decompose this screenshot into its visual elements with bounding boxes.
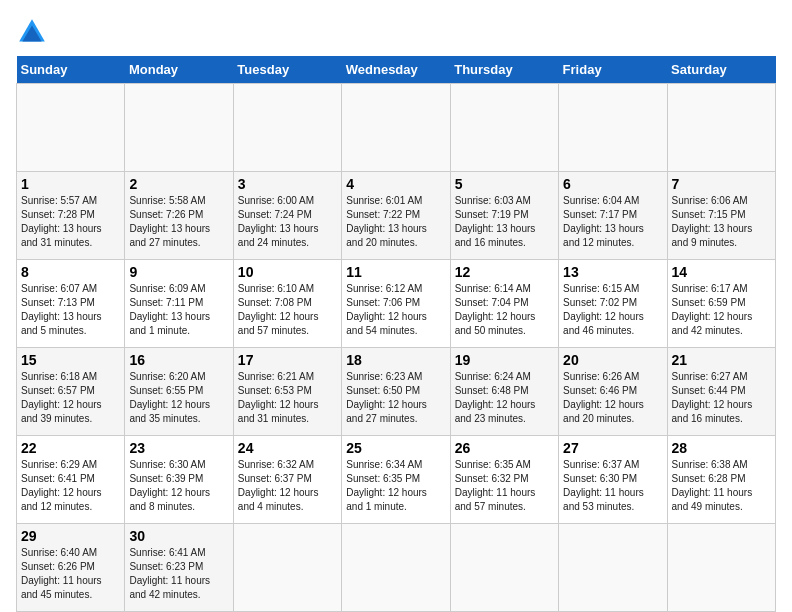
day-number: 22 <box>21 440 120 456</box>
day-number: 7 <box>672 176 771 192</box>
day-number: 3 <box>238 176 337 192</box>
calendar-cell: 9Sunrise: 6:09 AM Sunset: 7:11 PM Daylig… <box>125 260 233 348</box>
day-info: Sunrise: 5:57 AM Sunset: 7:28 PM Dayligh… <box>21 194 120 250</box>
calendar-cell: 22Sunrise: 6:29 AM Sunset: 6:41 PM Dayli… <box>17 436 125 524</box>
day-number: 13 <box>563 264 662 280</box>
day-of-week-header: Friday <box>559 56 667 84</box>
calendar-cell: 14Sunrise: 6:17 AM Sunset: 6:59 PM Dayli… <box>667 260 775 348</box>
day-info: Sunrise: 6:18 AM Sunset: 6:57 PM Dayligh… <box>21 370 120 426</box>
calendar-cell: 26Sunrise: 6:35 AM Sunset: 6:32 PM Dayli… <box>450 436 558 524</box>
calendar-cell <box>17 84 125 172</box>
calendar-cell: 2Sunrise: 5:58 AM Sunset: 7:26 PM Daylig… <box>125 172 233 260</box>
day-number: 11 <box>346 264 445 280</box>
calendar-cell: 30Sunrise: 6:41 AM Sunset: 6:23 PM Dayli… <box>125 524 233 612</box>
calendar-cell: 20Sunrise: 6:26 AM Sunset: 6:46 PM Dayli… <box>559 348 667 436</box>
calendar-cell: 11Sunrise: 6:12 AM Sunset: 7:06 PM Dayli… <box>342 260 450 348</box>
day-number: 6 <box>563 176 662 192</box>
calendar-week-row: 22Sunrise: 6:29 AM Sunset: 6:41 PM Dayli… <box>17 436 776 524</box>
day-number: 2 <box>129 176 228 192</box>
day-info: Sunrise: 6:12 AM Sunset: 7:06 PM Dayligh… <box>346 282 445 338</box>
calendar-cell: 3Sunrise: 6:00 AM Sunset: 7:24 PM Daylig… <box>233 172 341 260</box>
calendar-cell <box>667 524 775 612</box>
logo-icon <box>16 16 48 48</box>
day-number: 4 <box>346 176 445 192</box>
day-number: 8 <box>21 264 120 280</box>
calendar-table: SundayMondayTuesdayWednesdayThursdayFrid… <box>16 56 776 612</box>
day-info: Sunrise: 6:20 AM Sunset: 6:55 PM Dayligh… <box>129 370 228 426</box>
day-info: Sunrise: 6:35 AM Sunset: 6:32 PM Dayligh… <box>455 458 554 514</box>
day-of-week-header: Saturday <box>667 56 775 84</box>
day-number: 10 <box>238 264 337 280</box>
calendar-cell: 5Sunrise: 6:03 AM Sunset: 7:19 PM Daylig… <box>450 172 558 260</box>
day-info: Sunrise: 6:03 AM Sunset: 7:19 PM Dayligh… <box>455 194 554 250</box>
day-number: 23 <box>129 440 228 456</box>
day-number: 5 <box>455 176 554 192</box>
calendar-cell <box>450 84 558 172</box>
day-info: Sunrise: 6:17 AM Sunset: 6:59 PM Dayligh… <box>672 282 771 338</box>
calendar-week-row: 1Sunrise: 5:57 AM Sunset: 7:28 PM Daylig… <box>17 172 776 260</box>
day-number: 19 <box>455 352 554 368</box>
calendar-cell: 28Sunrise: 6:38 AM Sunset: 6:28 PM Dayli… <box>667 436 775 524</box>
day-info: Sunrise: 6:10 AM Sunset: 7:08 PM Dayligh… <box>238 282 337 338</box>
calendar-cell: 7Sunrise: 6:06 AM Sunset: 7:15 PM Daylig… <box>667 172 775 260</box>
calendar-cell: 12Sunrise: 6:14 AM Sunset: 7:04 PM Dayli… <box>450 260 558 348</box>
calendar-week-row <box>17 84 776 172</box>
day-number: 21 <box>672 352 771 368</box>
calendar-week-row: 29Sunrise: 6:40 AM Sunset: 6:26 PM Dayli… <box>17 524 776 612</box>
calendar-cell <box>342 84 450 172</box>
day-of-week-header: Tuesday <box>233 56 341 84</box>
day-number: 15 <box>21 352 120 368</box>
calendar-cell: 13Sunrise: 6:15 AM Sunset: 7:02 PM Dayli… <box>559 260 667 348</box>
calendar-header-row: SundayMondayTuesdayWednesdayThursdayFrid… <box>17 56 776 84</box>
day-of-week-header: Monday <box>125 56 233 84</box>
calendar-cell: 16Sunrise: 6:20 AM Sunset: 6:55 PM Dayli… <box>125 348 233 436</box>
day-number: 26 <box>455 440 554 456</box>
calendar-cell: 27Sunrise: 6:37 AM Sunset: 6:30 PM Dayli… <box>559 436 667 524</box>
day-info: Sunrise: 6:06 AM Sunset: 7:15 PM Dayligh… <box>672 194 771 250</box>
day-number: 14 <box>672 264 771 280</box>
day-number: 24 <box>238 440 337 456</box>
calendar-cell: 8Sunrise: 6:07 AM Sunset: 7:13 PM Daylig… <box>17 260 125 348</box>
day-of-week-header: Sunday <box>17 56 125 84</box>
day-number: 18 <box>346 352 445 368</box>
day-info: Sunrise: 5:58 AM Sunset: 7:26 PM Dayligh… <box>129 194 228 250</box>
day-info: Sunrise: 6:09 AM Sunset: 7:11 PM Dayligh… <box>129 282 228 338</box>
calendar-cell: 1Sunrise: 5:57 AM Sunset: 7:28 PM Daylig… <box>17 172 125 260</box>
day-of-week-header: Thursday <box>450 56 558 84</box>
calendar-cell <box>233 524 341 612</box>
calendar-cell: 10Sunrise: 6:10 AM Sunset: 7:08 PM Dayli… <box>233 260 341 348</box>
day-info: Sunrise: 6:01 AM Sunset: 7:22 PM Dayligh… <box>346 194 445 250</box>
calendar-cell: 18Sunrise: 6:23 AM Sunset: 6:50 PM Dayli… <box>342 348 450 436</box>
calendar-cell: 19Sunrise: 6:24 AM Sunset: 6:48 PM Dayli… <box>450 348 558 436</box>
calendar-cell <box>450 524 558 612</box>
day-info: Sunrise: 6:37 AM Sunset: 6:30 PM Dayligh… <box>563 458 662 514</box>
calendar-cell: 15Sunrise: 6:18 AM Sunset: 6:57 PM Dayli… <box>17 348 125 436</box>
calendar-cell: 29Sunrise: 6:40 AM Sunset: 6:26 PM Dayli… <box>17 524 125 612</box>
calendar-cell: 23Sunrise: 6:30 AM Sunset: 6:39 PM Dayli… <box>125 436 233 524</box>
day-info: Sunrise: 6:26 AM Sunset: 6:46 PM Dayligh… <box>563 370 662 426</box>
calendar-cell <box>559 524 667 612</box>
day-info: Sunrise: 6:29 AM Sunset: 6:41 PM Dayligh… <box>21 458 120 514</box>
day-of-week-header: Wednesday <box>342 56 450 84</box>
day-number: 16 <box>129 352 228 368</box>
logo <box>16 16 52 48</box>
calendar-week-row: 8Sunrise: 6:07 AM Sunset: 7:13 PM Daylig… <box>17 260 776 348</box>
day-info: Sunrise: 6:07 AM Sunset: 7:13 PM Dayligh… <box>21 282 120 338</box>
day-number: 17 <box>238 352 337 368</box>
day-number: 30 <box>129 528 228 544</box>
day-info: Sunrise: 6:40 AM Sunset: 6:26 PM Dayligh… <box>21 546 120 602</box>
calendar-cell: 17Sunrise: 6:21 AM Sunset: 6:53 PM Dayli… <box>233 348 341 436</box>
day-number: 9 <box>129 264 228 280</box>
day-info: Sunrise: 6:15 AM Sunset: 7:02 PM Dayligh… <box>563 282 662 338</box>
day-number: 29 <box>21 528 120 544</box>
calendar-cell <box>559 84 667 172</box>
calendar-cell: 21Sunrise: 6:27 AM Sunset: 6:44 PM Dayli… <box>667 348 775 436</box>
day-info: Sunrise: 6:34 AM Sunset: 6:35 PM Dayligh… <box>346 458 445 514</box>
calendar-cell: 4Sunrise: 6:01 AM Sunset: 7:22 PM Daylig… <box>342 172 450 260</box>
day-info: Sunrise: 6:24 AM Sunset: 6:48 PM Dayligh… <box>455 370 554 426</box>
calendar-cell <box>342 524 450 612</box>
day-info: Sunrise: 6:04 AM Sunset: 7:17 PM Dayligh… <box>563 194 662 250</box>
day-number: 25 <box>346 440 445 456</box>
day-number: 20 <box>563 352 662 368</box>
day-info: Sunrise: 6:38 AM Sunset: 6:28 PM Dayligh… <box>672 458 771 514</box>
